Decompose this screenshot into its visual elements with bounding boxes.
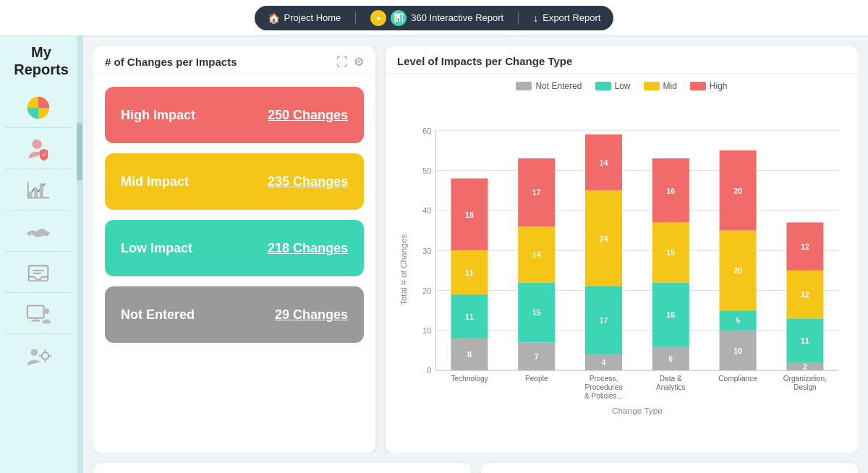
svg-text:Total # of Changes: Total # of Changes (399, 234, 408, 305)
trend-chart-icon (25, 176, 52, 204)
user-shield-icon: ✓ (25, 135, 52, 163)
impact-item-high: High Impact 250 Changes (105, 87, 364, 143)
svg-text:15: 15 (666, 248, 675, 257)
settings-icon[interactable]: ⚙ (354, 55, 364, 69)
svg-text:14: 14 (600, 158, 608, 167)
nav-separator-2 (518, 12, 519, 25)
sidebar-icons: ✓ (0, 88, 82, 375)
svg-text:People: People (525, 375, 548, 383)
svg-point-16 (42, 352, 49, 359)
not-entered-label: Not Entered (121, 307, 195, 323)
download-icon: ↓ (533, 12, 538, 24)
mid-impact-count[interactable]: 235 Changes (268, 174, 348, 189)
svg-text:12: 12 (801, 290, 809, 299)
impact-item-low: Low Impact 218 Changes (105, 220, 364, 276)
svg-text:10: 10 (733, 346, 742, 355)
svg-text:24: 24 (600, 234, 608, 243)
legend-not-entered-dot (516, 82, 532, 90)
svg-text:Data &: Data & (660, 375, 682, 383)
sidebar-scrollbar[interactable] (77, 36, 82, 473)
high-impact-label: High Impact (121, 108, 195, 123)
svg-text:2: 2 (803, 362, 807, 371)
legend-high-label: High (710, 81, 728, 91)
svg-text:20: 20 (733, 266, 742, 275)
changes-per-impact-card: # of Changes per Impacts ⛶ ⚙ High Impact… (93, 46, 375, 453)
right-card-header: Level of Impacts per Change Type (386, 46, 858, 74)
svg-text:✓: ✓ (41, 150, 47, 158)
sidebar-item-inbox[interactable] (6, 253, 71, 293)
svg-text:Organization,: Organization, (783, 375, 827, 383)
legend-high-dot (690, 82, 706, 90)
svg-text:11: 11 (801, 336, 809, 345)
svg-text:Analytics: Analytics (656, 383, 686, 391)
right-card-title: Level of Impacts per Change Type (397, 55, 572, 67)
sidebar-item-trend[interactable] (6, 171, 71, 210)
sidebar-item-group-settings[interactable] (6, 336, 71, 375)
legend-low-label: Low (615, 81, 631, 91)
sidebar-title: MyReports (7, 43, 76, 78)
svg-text:Process,: Process, (590, 375, 618, 383)
left-card-header: # of Changes per Impacts ⛶ ⚙ (93, 46, 375, 75)
nav-pill: 🏠 Project Home ● 📊 360 Interactive Repor… (255, 6, 614, 30)
svg-text:7: 7 (535, 352, 539, 361)
svg-text:& Policies...: & Policies... (584, 392, 623, 400)
home-icon: 🏠 (268, 12, 280, 24)
impact-list: High Impact 250 Changes Mid Impact 235 C… (93, 75, 375, 453)
svg-text:Change Type: Change Type (612, 406, 663, 415)
export-report-nav[interactable]: ↓ Export Report (533, 12, 600, 24)
svg-text:15: 15 (532, 308, 541, 317)
sidebar-item-pie-chart[interactable] (6, 88, 71, 128)
360-report-nav[interactable]: ● 📊 360 Interactive Report (370, 10, 503, 26)
impact-item-mid: Mid Impact 235 Changes (105, 153, 364, 210)
high-impact-count[interactable]: 250 Changes (268, 108, 348, 123)
sidebar-item-handshake[interactable] (6, 212, 71, 252)
bottom-left-placeholder (93, 463, 471, 473)
not-entered-count[interactable]: 29 Changes (275, 307, 348, 323)
chart-container: Not Entered Low Mid High (386, 74, 858, 453)
project-home-label: Project Home (284, 12, 341, 23)
impact-item-not-entered: Not Entered 29 Changes (105, 286, 364, 343)
svg-point-1 (32, 140, 41, 149)
svg-text:Compliance: Compliance (718, 375, 757, 383)
svg-text:20: 20 (733, 187, 742, 195)
bar-chart: 0102030405060Total # of ChangesChange Ty… (397, 98, 846, 441)
sidebar-item-monitor-user[interactable] (6, 294, 71, 334)
svg-text:0: 0 (427, 366, 431, 375)
svg-text:30: 30 (422, 247, 431, 255)
sidebar-item-user-shield[interactable]: ✓ (6, 129, 71, 169)
project-home-nav[interactable]: 🏠 Project Home (268, 12, 341, 24)
legend-mid-label: Mid (663, 81, 677, 91)
svg-text:14: 14 (532, 250, 541, 259)
monitor-user-icon (25, 300, 52, 328)
top-nav: 🏠 Project Home ● 📊 360 Interactive Repor… (0, 0, 868, 36)
bar-chart-svg: 0102030405060Total # of ChangesChange Ty… (397, 98, 846, 441)
legend-not-entered: Not Entered (516, 81, 582, 91)
legend-mid: Mid (644, 81, 677, 91)
expand-icon[interactable]: ⛶ (336, 56, 348, 69)
legend-mid-dot (644, 82, 660, 90)
svg-text:11: 11 (465, 312, 474, 321)
inbox-icon (25, 259, 52, 286)
report-icon-circle-1: ● (370, 10, 386, 26)
left-card-actions: ⛶ ⚙ (336, 55, 364, 69)
svg-text:12: 12 (801, 242, 809, 251)
svg-text:8: 8 (467, 350, 472, 359)
legend-low-dot (595, 82, 611, 90)
svg-text:16: 16 (666, 187, 675, 195)
bottom-row (93, 463, 858, 473)
360-report-label: 360 Interactive Report (411, 12, 503, 23)
svg-text:Design: Design (793, 383, 817, 391)
svg-text:60: 60 (422, 127, 431, 135)
group-settings-icon (25, 342, 52, 370)
legend-not-entered-label: Not Entered (535, 81, 582, 91)
low-impact-label: Low Impact (121, 241, 192, 256)
left-card-title: # of Changes per Impacts (105, 56, 237, 68)
low-impact-count[interactable]: 218 Changes (268, 241, 348, 256)
export-report-label: Export Report (542, 12, 600, 23)
svg-text:17: 17 (600, 316, 608, 325)
report-icon-circle-2: 📊 (391, 10, 407, 26)
svg-text:20: 20 (422, 286, 431, 295)
content-area: # of Changes per Impacts ⛶ ⚙ High Impact… (83, 36, 868, 473)
svg-text:5: 5 (736, 316, 740, 325)
svg-text:11: 11 (465, 268, 474, 277)
